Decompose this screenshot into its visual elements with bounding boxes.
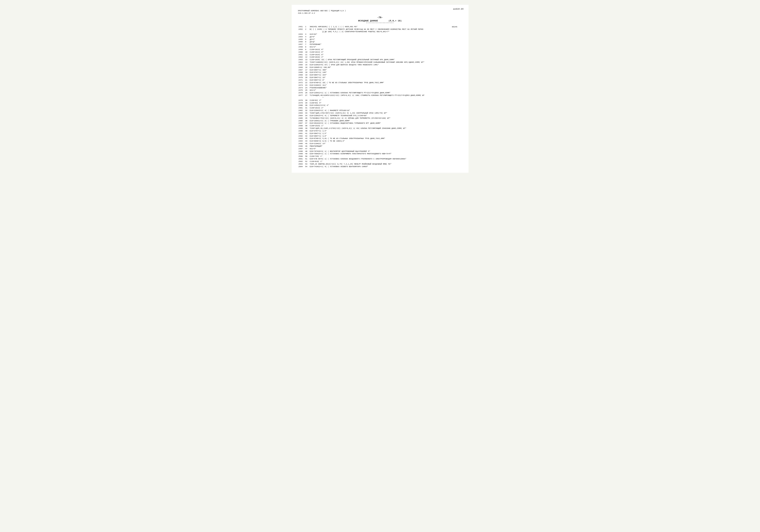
row-id2: 35 xyxy=(305,117,309,120)
row-id1: 2500 xyxy=(298,155,305,158)
row-content: Е16=145Н12=2=3( 4* xyxy=(309,104,462,107)
table-row: 246919Е16=38Н7=1( 154* xyxy=(298,74,462,76)
row-id1: 2503 xyxy=(298,163,305,165)
row-content: Е16=201Н19=3( 1( ( УСТАНОВКА ВОДОСЧЕТЧИК… xyxy=(309,122,462,124)
table-row: 248939Т2307=ДОП,20,21НП,1=2783(=22) (Н25… xyxy=(298,127,462,130)
row-id1: 2468 xyxy=(298,71,305,74)
row-id2: 40 xyxy=(305,130,309,132)
table-row: 24555Д2=С* xyxy=(298,38,462,41)
row-id1: 2492 xyxy=(298,135,305,137)
row-id2: 49 xyxy=(305,153,309,155)
row-id2: 14 xyxy=(305,61,309,64)
row-id1: 2475 xyxy=(298,89,305,92)
row-content: С130=1035( 32( ( КРАН РЕГУЛИРУЮЩИЙ ПРОХО… xyxy=(309,59,462,61)
table-row: 246818Е16=37Н7=1( 140* xyxy=(298,71,462,74)
row-content: Т1704НДОП,40=42НП3=1322(=22) (НР5=9,8)( … xyxy=(309,94,462,99)
row-id1: 2466 xyxy=(298,66,305,69)
row-id1: 2473 xyxy=(298,84,305,86)
row-id2: 6 xyxy=(305,41,309,43)
row-id1: 2483 xyxy=(298,112,305,114)
row-content: Е16=39Н7=1( 19* xyxy=(309,76,462,79)
row-id2: 52 xyxy=(305,160,309,163)
row-id2: 29 xyxy=(305,102,309,104)
table-row: 246010С130=1014( 6* xyxy=(298,51,462,53)
table-row: 248737Е16=201Н19=3( 1( ( УСТАНОВКА ВОДОС… xyxy=(298,122,462,124)
row-content: РОТОПЛЕНИE* xyxy=(309,43,462,46)
row-id2: 38 xyxy=(305,124,309,127)
row-id2: 32 xyxy=(305,109,309,112)
table-row: 248333Т2307=ДОП,17Н1=407(=22) (Н25=9,8)(… xyxy=(298,112,462,114)
table-row: 24588Н21=2* xyxy=(298,46,462,48)
row-id1: 2478 xyxy=(298,99,305,102)
section-title: ИСХОДНЫЕ ДАННЫЕ (П,Н,= 18) xyxy=(298,20,462,22)
table-row: 24533Н15=63* xyxy=(298,33,462,35)
row-id1: 2495 xyxy=(298,142,305,145)
row-id2: 44 xyxy=(305,140,309,142)
row-id2: 16 xyxy=(305,66,309,69)
row-content: Е18=229Н15=5( 87( ( КРАН ДЛЯ ВЫПУСКА ВОЗ… xyxy=(309,64,462,66)
table-row: 250050С130=735( 1* xyxy=(298,155,462,158)
row-id1: 2487 xyxy=(298,122,305,124)
row-content: РТЕПЛОСНАБЖЕНИЕ* xyxy=(309,86,462,89)
row-id2: 53 xyxy=(305,163,309,165)
table-row: 249343Е16=67Н8=2( 5,01 ( ТО ЖЕ ИЗ СТАЛЬН… xyxy=(298,137,462,140)
row-content: Е16=37Н7=1( 140* xyxy=(309,71,462,74)
data-table: 24511Э862451 Н9Р1В1М1( ( ( 1,1( ( ( ( 40… xyxy=(298,25,462,168)
table-row: 250252С130=818( 1* xyxy=(298,160,462,163)
row-id2: 11 xyxy=(305,53,309,56)
row-id2: 5 xyxy=(305,38,309,41)
row-content: Д2=5* xyxy=(309,35,462,38)
row-content: Т17064ВН1=753(=22) (Н25=9,8)( 4( 2( ОПРА… xyxy=(309,117,462,120)
row-content: РВЕНТИЛЯЦИЯ* xyxy=(309,145,462,147)
row-id1: 2502 xyxy=(298,160,305,163)
row-content: Е18=228Н15=4( 4( ( ТЕРМОМЕТР ТЕХНИЧЕСКИЙ… xyxy=(309,114,462,117)
row-id1: 2456 xyxy=(298,41,305,43)
table-row: 248232Е18=226Н15=2( 4( ( МАНОМЕТР МТП160… xyxy=(298,109,462,112)
row-id2: 51 xyxy=(305,158,309,160)
row-id2: 15 xyxy=(305,64,309,66)
row-id2: 23 xyxy=(305,84,309,86)
row-id2: 21 xyxy=(305,79,309,81)
row-id2: 45 xyxy=(305,142,309,145)
table-row: 247828С130=92( 2* xyxy=(298,99,462,102)
row-content: С130=92( 2* xyxy=(309,99,462,102)
table-row: 248131С130=1013( 2* xyxy=(298,107,462,109)
ref-line: 218-1-384.87 A.V xyxy=(298,12,462,15)
page-number: -76- xyxy=(377,16,383,19)
table-row: 250454Е20=743Н22=1( 4( ( УСТАНОВКА ОСЕВО… xyxy=(298,165,462,168)
row-id2: 20 xyxy=(305,76,309,79)
table-row: 248838С130=1523( 1* xyxy=(298,124,462,127)
table-row: 249444Е16=69Н8=3( 0,5( ( ТО ЖЕ 108Х3,5* xyxy=(298,140,462,142)
row-id2: 24 xyxy=(305,86,309,89)
table-row: 24577РОТОПЛЕНИE* xyxy=(298,43,462,46)
row-content: Е16=37Н7=1( 2,5* xyxy=(309,130,462,132)
row-content: Е20=743Н22=1( 4( ( УСТАНОВКА ОСЕВОГО ВЕН… xyxy=(309,165,462,168)
table-row: 249949Е20=760Н25=1( 1( ( УСТАНОВКА КАЛОР… xyxy=(298,153,462,155)
row-id1: 2471 xyxy=(298,79,305,81)
table-row: 249646РВЕНТИЛЯЦИЯ* xyxy=(298,145,462,147)
table-row: 247020Е16=39Н7=1( 19* xyxy=(298,76,462,79)
row-id2: 30 xyxy=(305,104,309,107)
row-id2: 18 xyxy=(305,71,309,74)
center-header: -76- 86245 xyxy=(298,16,462,19)
row-id1: 2451 xyxy=(298,25,305,28)
row-id2: 42 xyxy=(305,135,309,137)
program-line: ПРОГРАММНЫЙ КОМПЛЕКС ABC=3EC ( РЕДАКЦИЯ … xyxy=(298,10,462,12)
row-id2: 17 xyxy=(305,69,309,71)
row-id2: 27 xyxy=(305,94,309,99)
table-row: 247727Т1704НДОП,40=42НП3=1322(=22) (НР5=… xyxy=(298,94,462,99)
row-content: С130=93( 5* xyxy=(309,102,462,104)
row-id1: 2470 xyxy=(298,76,305,79)
row-content: Е20=707Н20=3( 1( ( ВЕНТИЛЯТОР ЦЕНТРОБЕЖН… xyxy=(309,150,462,153)
table-row: 246111С130=1015( 8* xyxy=(298,53,462,56)
row-id2: 26 xyxy=(305,92,309,94)
row-id1: 2486 xyxy=(298,120,305,122)
table-row: 246717Е16=36Н7=1( 480* xyxy=(298,69,462,71)
row-content: Е16=219Н22( 14* xyxy=(309,142,462,145)
table-row: 247222Е16=67Н8=2( 10( ( ТО ЖЕ ИЗ СТАЛЬНЫ… xyxy=(298,81,462,84)
row-content: С130=1013( 2* xyxy=(309,107,462,109)
row-id2: 7 xyxy=(305,43,309,46)
row-id1: 2457 xyxy=(298,43,305,46)
row-id2: 43 xyxy=(305,137,309,140)
row-content: Т2307=1Н0029(=22) (Н25=9,8)( 24( 1,50( К… xyxy=(309,61,462,64)
